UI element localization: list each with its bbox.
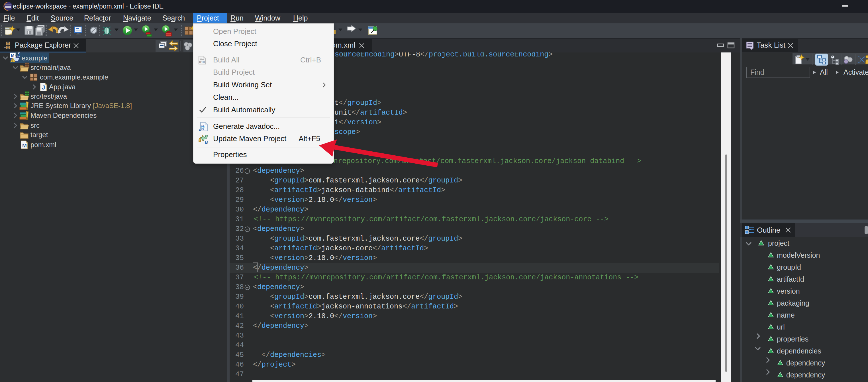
svg-text:M: M: [11, 53, 14, 58]
svg-text:J: J: [17, 53, 20, 58]
svg-text:M: M: [205, 140, 209, 145]
svg-text:010: 010: [199, 60, 205, 64]
svg-text:@: @: [201, 124, 205, 131]
